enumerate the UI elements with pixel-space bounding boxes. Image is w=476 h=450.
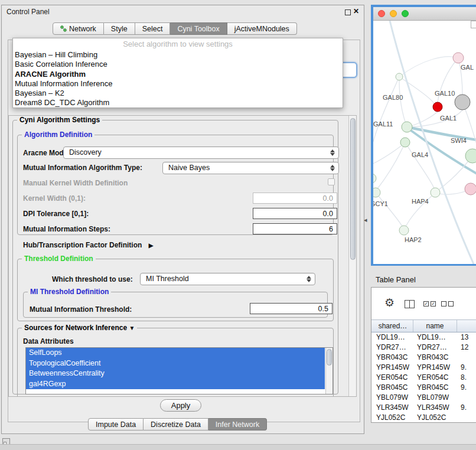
network-node[interactable] bbox=[396, 73, 403, 80]
dpi-tolerance-label: DPI Tolerance [0,1]: bbox=[23, 210, 89, 218]
algorithm-definition-title: Algorithm Definition bbox=[22, 131, 94, 139]
close-icon[interactable]: ✕ bbox=[353, 7, 359, 15]
manual-kernel-checkbox[interactable] bbox=[328, 178, 335, 185]
node-label: SWI4 bbox=[451, 137, 467, 144]
table-header: shared…name bbox=[371, 319, 476, 332]
table-row[interactable]: YDR27…YDR27…12 bbox=[371, 343, 476, 353]
network-window-titlebar[interactable] bbox=[373, 7, 476, 21]
table-row[interactable]: YBL079WYBL079W bbox=[371, 393, 476, 403]
network-graph[interactable]: GAL80GAL10GALGAL11GAL1SWI4GAL4GCY1HAP4HA… bbox=[373, 21, 476, 264]
table-cell: YDL19… bbox=[413, 332, 457, 343]
network-node[interactable] bbox=[402, 122, 412, 132]
table-cell: YJL052C bbox=[373, 413, 413, 423]
select-all-icon[interactable]: ✓ ✓ bbox=[423, 301, 436, 306]
network-canvas[interactable]: GAL80GAL10GALGAL11GAL1SWI4GAL4GCY1HAP4HA… bbox=[373, 21, 476, 264]
network-edge bbox=[376, 193, 403, 227]
network-node[interactable] bbox=[453, 53, 464, 63]
network-node[interactable] bbox=[455, 94, 470, 110]
dpi-tolerance-field[interactable]: 0.0 bbox=[253, 208, 337, 219]
network-edge bbox=[399, 80, 407, 127]
table-row[interactable]: YBR045CYBR045C9. bbox=[371, 383, 476, 393]
network-edge bbox=[377, 142, 405, 190]
window-title: Control Panel bbox=[6, 8, 50, 16]
mi-steps-field[interactable]: 6 bbox=[253, 223, 337, 234]
mi-threshold-field[interactable]: 0.5 bbox=[250, 303, 332, 314]
hub-section-label: Hub/Transcription Factor Definition bbox=[23, 241, 142, 249]
tab-label: Network bbox=[69, 23, 96, 35]
splitter-collapse-arrow[interactable]: ◂ bbox=[364, 216, 367, 224]
node-label: HAP2 bbox=[405, 236, 422, 243]
combo-arrows-icon bbox=[307, 275, 312, 283]
table-row[interactable]: YER054CYER054C8. bbox=[371, 373, 476, 383]
algorithm-option[interactable]: Dream8 DC_TDC Algorithm bbox=[13, 98, 343, 107]
control-panel-tabbar: NetworkStyleSelectCyni ToolboxjActiveMNo… bbox=[53, 22, 297, 35]
kernel-width-field[interactable]: 0.0 bbox=[253, 193, 337, 204]
unselect-all-icon[interactable] bbox=[441, 301, 454, 306]
tab-label: Discretize Data bbox=[151, 419, 201, 431]
float-window-icon[interactable] bbox=[345, 9, 351, 15]
tab-network[interactable]: Network bbox=[53, 22, 104, 35]
algorithm-option[interactable]: ARACNE Algorithm bbox=[13, 70, 343, 79]
tab-impute-data[interactable]: Impute Data bbox=[88, 418, 144, 431]
settings-scrollbar[interactable] bbox=[348, 116, 356, 396]
apply-button[interactable]: Apply bbox=[160, 399, 201, 412]
table-cell: 8. bbox=[457, 373, 476, 383]
table-row[interactable]: YJL052CYJL052C bbox=[371, 413, 476, 423]
minimize-traffic-light[interactable] bbox=[390, 10, 397, 17]
tab-style[interactable]: Style bbox=[104, 22, 135, 35]
column-header[interactable]: name bbox=[413, 320, 457, 332]
network-node[interactable] bbox=[465, 183, 476, 195]
network-node[interactable] bbox=[373, 174, 376, 183]
data-attribute-item[interactable]: gal4RGexp bbox=[26, 379, 325, 390]
tab-discretize-data[interactable]: Discretize Data bbox=[144, 418, 208, 431]
network-node[interactable] bbox=[373, 188, 380, 197]
tab-select[interactable]: Select bbox=[135, 22, 171, 35]
gear-icon[interactable]: ⚙ bbox=[384, 297, 395, 308]
tab-jactivemnodules[interactable]: jActiveMNodules bbox=[227, 22, 297, 35]
tab-infer-network[interactable]: Infer Network bbox=[208, 418, 267, 431]
network-view-window: GAL80GAL10GALGAL11GAL1SWI4GAL4GCY1HAP4HA… bbox=[371, 5, 476, 266]
list-scrollbar[interactable] bbox=[325, 348, 332, 394]
table-row[interactable]: YDL19…YDL19…13 bbox=[371, 332, 476, 343]
table-row[interactable]: YLR345WYLR345W9. bbox=[371, 403, 476, 413]
sources-group-title[interactable]: Sources for Network Inference ▼ bbox=[22, 324, 137, 332]
algorithm-option[interactable]: Mutual Information Inference bbox=[13, 79, 343, 89]
network-node[interactable] bbox=[400, 138, 410, 147]
which-threshold-select[interactable]: MI Threshold bbox=[140, 273, 315, 285]
settings-scrollbar-thumb[interactable] bbox=[350, 118, 356, 260]
algorithm-option[interactable]: Bayesian – Hill Climbing bbox=[13, 50, 343, 60]
column-header[interactable]: shared… bbox=[373, 320, 413, 332]
table-cell: YBL079W bbox=[413, 393, 457, 403]
network-node[interactable] bbox=[433, 102, 442, 112]
close-traffic-light[interactable] bbox=[378, 10, 385, 17]
list-scrollbar-thumb[interactable] bbox=[327, 349, 332, 366]
table-cell: YBR043C bbox=[413, 353, 457, 363]
data-attribute-item[interactable]: BetweennessCentrality bbox=[26, 369, 325, 379]
mi-type-select[interactable]: Naive Bayes bbox=[162, 162, 339, 174]
tab-cyni-toolbox[interactable]: Cyni Toolbox bbox=[170, 22, 227, 35]
algorithm-option[interactable]: Bayesian – K2 bbox=[13, 89, 343, 98]
tab-label: Cyni Toolbox bbox=[177, 23, 219, 35]
data-attribute-item[interactable]: SelfLoops bbox=[26, 348, 325, 358]
data-attribute-item[interactable]: TopologicalCoefficient bbox=[26, 358, 325, 369]
table-cell: 9. bbox=[457, 383, 476, 393]
column-header[interactable] bbox=[457, 320, 476, 332]
network-node[interactable] bbox=[465, 149, 476, 163]
table-cell bbox=[457, 353, 476, 363]
columns-icon[interactable] bbox=[405, 300, 415, 308]
table-row[interactable]: YBR043CYBR043C bbox=[371, 353, 476, 363]
network-node[interactable] bbox=[431, 188, 440, 197]
table-row[interactable]: YPR145WYPR145W9. bbox=[371, 363, 476, 373]
zoom-traffic-light[interactable] bbox=[402, 10, 409, 17]
hub-section-header[interactable]: Hub/Transcription Factor Definition ▶ bbox=[23, 241, 153, 249]
table-cell: YPR145W bbox=[413, 363, 457, 373]
bottom-edge bbox=[0, 444, 476, 450]
columns-icon-divider bbox=[409, 301, 410, 308]
data-attributes-list[interactable]: SelfLoopsTopologicalCoefficientBetweenne… bbox=[25, 347, 333, 394]
tab-label: jActiveMNodules bbox=[234, 23, 289, 35]
table-cell: YBR045C bbox=[413, 383, 457, 393]
algorithm-option[interactable]: Basic Correlation Inference bbox=[13, 60, 343, 69]
network-edge bbox=[405, 142, 435, 190]
network-node[interactable] bbox=[399, 226, 409, 235]
aracne-mode-select[interactable]: Discovery bbox=[63, 146, 339, 159]
